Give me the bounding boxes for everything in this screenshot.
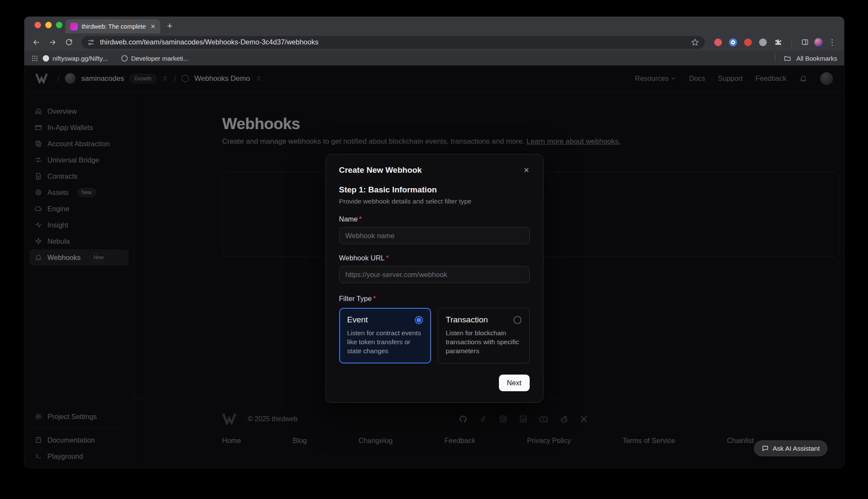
toolbar-divider (792, 38, 792, 46)
chat-bubble-icon (762, 445, 769, 452)
webhook-url-input[interactable] (339, 266, 530, 283)
close-tab-icon[interactable]: ✕ (150, 23, 155, 30)
thirdweb-favicon-icon (70, 23, 78, 30)
profile-avatar[interactable] (814, 38, 823, 47)
name-label: Name* (339, 215, 530, 223)
filter-option-event[interactable]: Event Listen for contract events like to… (339, 308, 431, 363)
create-webhook-modal: Create New Webhook ✕ Step 1: Basic Infor… (326, 154, 543, 403)
webhook-name-input[interactable] (339, 227, 530, 244)
step-subtitle: Provide webhook details and select filte… (339, 198, 530, 205)
bookmark-item-2[interactable]: Developer marketi... (121, 55, 188, 62)
transaction-option-title: Transaction (446, 315, 488, 325)
close-window-button[interactable] (35, 22, 41, 28)
all-bookmarks[interactable]: All Bookmarks (771, 54, 837, 62)
window-controls (35, 22, 62, 28)
filter-type-label: Filter Type* (339, 295, 530, 303)
extension-icon-1[interactable] (714, 38, 722, 46)
close-icon[interactable]: ✕ (523, 166, 529, 175)
url-text[interactable]: thirdweb.com/team/saminacodes/Webhooks-D… (100, 38, 686, 46)
forward-icon[interactable] (46, 35, 59, 49)
back-icon[interactable] (29, 35, 43, 49)
side-panel-icon[interactable] (798, 35, 812, 49)
github-favicon-icon (43, 55, 49, 62)
required-asterisk: * (386, 254, 389, 262)
step-title: Step 1: Basic Information (339, 185, 530, 195)
required-asterisk: * (373, 295, 375, 302)
browser-window: thirdweb: The complete web3 ✕ + thirdweb… (24, 17, 844, 468)
tab-strip: thirdweb: The complete web3 ✕ + (24, 17, 844, 33)
extensions-row (714, 38, 782, 46)
event-radio-button[interactable] (415, 316, 423, 324)
bookmarks-bar: niftyswap.gg/Nifty... Developer marketi.… (24, 51, 844, 65)
new-tab-button[interactable]: + (167, 22, 173, 30)
ask-ai-assistant-button[interactable]: Ask AI Assistant (754, 440, 827, 456)
extension-icon-2[interactable] (729, 38, 737, 46)
transaction-radio-button[interactable] (513, 316, 522, 324)
extension-icon-3[interactable] (744, 38, 752, 46)
minimize-window-button[interactable] (45, 22, 52, 28)
extension-icon-4[interactable] (759, 38, 767, 46)
maximize-window-button[interactable] (56, 22, 62, 28)
apps-grid-icon[interactable] (31, 55, 38, 62)
event-option-description: Listen for contract events like token tr… (347, 329, 423, 356)
event-option-title: Event (347, 315, 368, 325)
filter-option-transaction[interactable]: Transaction Listen for blockchain transa… (438, 308, 530, 363)
folder-icon (784, 55, 791, 62)
reload-icon[interactable] (62, 35, 76, 49)
bookmarks-divider (775, 54, 775, 62)
modal-title: Create New Webhook (339, 165, 422, 175)
bookmark-favicon-icon (121, 55, 128, 62)
required-asterisk: * (359, 215, 362, 223)
browser-toolbar: thirdweb.com/team/saminacodes/Webhooks-D… (24, 33, 844, 51)
extensions-puzzle-icon[interactable] (774, 38, 782, 46)
page-viewport: / saminacodes Growth / Webhooks Demo Res… (24, 65, 844, 468)
next-button[interactable]: Next (499, 375, 530, 391)
tab-title: thirdweb: The complete web3 (82, 23, 147, 30)
menu-kebab-icon[interactable]: ⋮ (825, 35, 839, 49)
webhook-url-label: Webhook URL* (339, 254, 530, 262)
bookmark-star-icon[interactable] (691, 38, 699, 47)
site-settings-icon[interactable] (87, 38, 95, 46)
bookmark-item-1[interactable]: niftyswap.gg/Nifty... (43, 55, 108, 62)
browser-tab[interactable]: thirdweb: The complete web3 ✕ (65, 19, 160, 33)
address-bar[interactable]: thirdweb.com/team/saminacodes/Webhooks-D… (82, 36, 705, 49)
transaction-option-description: Listen for blockchain transactions with … (446, 329, 522, 356)
